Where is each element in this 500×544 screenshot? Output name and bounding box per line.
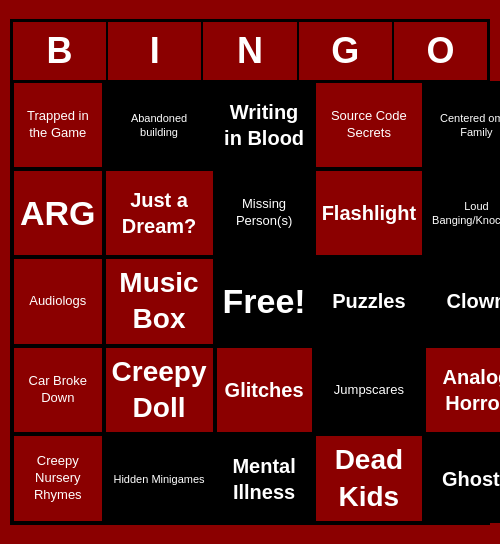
- bingo-cell: Glitches: [215, 346, 314, 435]
- cell-text: ARG: [20, 191, 96, 235]
- bingo-cell: Free!: [215, 257, 314, 346]
- cell-text: Centered om a Family: [432, 111, 500, 140]
- bingo-grid: Trapped in the GameAbandoned buildingWri…: [12, 81, 488, 523]
- cell-text: Ghosts: [442, 466, 500, 492]
- cell-text: Loud Banging/Knocking: [432, 199, 500, 228]
- bingo-cell: Car Broke Down: [12, 346, 104, 435]
- header-letter: B: [12, 21, 107, 81]
- cell-text: Glitches: [225, 377, 304, 403]
- cell-text: Creepy Nursery Rhymes: [20, 453, 96, 504]
- cell-text: Audiologs: [29, 293, 86, 310]
- cell-text: Free!: [223, 279, 306, 323]
- bingo-cell: Hidden Minigames: [104, 434, 215, 523]
- cell-text: Source Code Secrets: [322, 108, 416, 142]
- cell-text: Analog Horror: [432, 364, 500, 416]
- bingo-cell: Creepy Doll: [104, 346, 215, 435]
- cell-text: Flashlight: [322, 200, 416, 226]
- cell-text: Music Box: [112, 265, 207, 338]
- cell-text: Writing in Blood: [223, 99, 306, 151]
- bingo-cell: Missing Person(s): [215, 169, 314, 257]
- header-letter: I: [107, 21, 202, 81]
- header-letter: O: [393, 21, 488, 81]
- bingo-cell: Music Box: [104, 257, 215, 346]
- bingo-cell: Creepy Nursery Rhymes: [12, 434, 104, 523]
- bingo-cell: Ghosts: [424, 434, 500, 523]
- bingo-cell: Analog Horror: [424, 346, 500, 435]
- bingo-cell: Abandoned building: [104, 81, 215, 169]
- bingo-cell: Loud Banging/Knocking: [424, 169, 500, 257]
- bingo-card: BINGO Trapped in the GameAbandoned build…: [10, 19, 490, 525]
- bingo-cell: Mental Illness: [215, 434, 314, 523]
- cell-text: Clown: [446, 288, 500, 314]
- bingo-cell: Source Code Secrets: [314, 81, 424, 169]
- cell-text: Creepy Doll: [112, 354, 207, 427]
- bingo-cell: Writing in Blood: [215, 81, 314, 169]
- cell-text: Jumpscares: [334, 382, 404, 399]
- bingo-cell: Trapped in the Game: [12, 81, 104, 169]
- bingo-cell: Clown: [424, 257, 500, 346]
- bingo-cell: ARG: [12, 169, 104, 257]
- bingo-cell: Dead Kids: [314, 434, 424, 523]
- cell-text: Just a Dream?: [112, 187, 207, 239]
- bingo-header: BINGO: [12, 21, 488, 81]
- bingo-cell: Flashlight: [314, 169, 424, 257]
- cell-text: Hidden Minigames: [113, 472, 204, 486]
- bingo-cell: Audiologs: [12, 257, 104, 346]
- cell-text: Trapped in the Game: [20, 108, 96, 142]
- header-letter: G: [298, 21, 393, 81]
- cell-text: Puzzles: [332, 288, 405, 314]
- cell-text: Missing Person(s): [223, 196, 306, 230]
- cell-text: Mental Illness: [223, 453, 306, 505]
- cell-text: Car Broke Down: [20, 373, 96, 407]
- cell-text: Abandoned building: [112, 111, 207, 140]
- header-letter: N: [202, 21, 297, 81]
- bingo-cell: Jumpscares: [314, 346, 424, 435]
- bingo-cell: Centered om a Family: [424, 81, 500, 169]
- bingo-cell: Puzzles: [314, 257, 424, 346]
- cell-text: Dead Kids: [322, 442, 416, 515]
- bingo-cell: Just a Dream?: [104, 169, 215, 257]
